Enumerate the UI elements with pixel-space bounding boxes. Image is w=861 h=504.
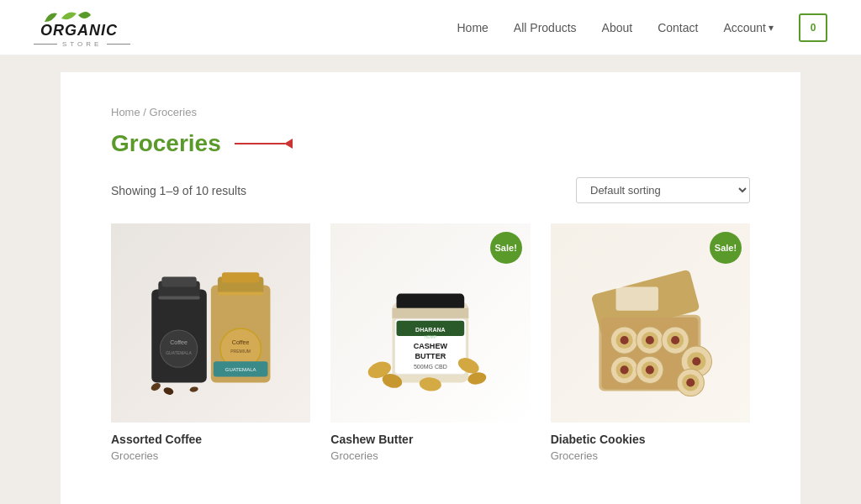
chevron-down-icon: ▾	[769, 22, 774, 34]
svg-point-56	[693, 357, 701, 365]
main-wrapper: Home / Groceries Groceries Showing 1–9 o…	[0, 55, 861, 504]
svg-rect-3	[161, 276, 196, 286]
product-name-cashew: Cashew Butter	[330, 433, 530, 446]
svg-point-5	[160, 330, 197, 367]
product-image-cashew: Sale! DHARANA HEMP CASHEW BUTTER 500MG	[330, 223, 530, 423]
svg-text:PREMIUM: PREMIUM	[230, 349, 251, 354]
arrow-head	[284, 139, 293, 149]
svg-point-18	[162, 386, 174, 396]
svg-rect-10	[222, 272, 259, 282]
product-name-cookies: Diabetic Cookies	[551, 433, 750, 446]
product-image-coffee: Coffee GUATEMALA Coffee PREMIUM GUA	[111, 223, 310, 423]
product-grid: Coffee GUATEMALA Coffee PREMIUM GUA	[111, 223, 750, 462]
cart-count: 0	[811, 22, 816, 34]
svg-point-17	[150, 381, 162, 392]
svg-text:BUTTER: BUTTER	[415, 352, 446, 360]
breadcrumb-home[interactable]: Home	[111, 106, 140, 118]
site-logo[interactable]: ORGANIC STORE	[34, 7, 130, 48]
svg-rect-22	[393, 308, 469, 318]
arrow-line	[235, 143, 285, 144]
product-card-cookies[interactable]: Sale!	[551, 223, 750, 462]
sale-badge-cashew: Sale!	[490, 232, 522, 264]
svg-text:GUATEMALA: GUATEMALA	[166, 350, 192, 355]
svg-point-59	[687, 378, 695, 386]
arrow-indicator	[235, 139, 293, 149]
svg-text:GUATEMALA: GUATEMALA	[225, 367, 257, 372]
svg-text:ORGANIC: ORGANIC	[40, 22, 118, 39]
svg-rect-4	[158, 296, 199, 299]
svg-rect-11	[218, 291, 263, 295]
svg-point-33	[467, 370, 487, 386]
svg-point-44	[646, 336, 654, 344]
nav-account[interactable]: Account ▾	[723, 21, 774, 34]
svg-point-47	[672, 336, 680, 344]
svg-rect-21	[397, 293, 465, 310]
cashew-illustration: DHARANA HEMP CASHEW BUTTER 500MG CBD	[346, 239, 515, 408]
sale-badge-cookies: Sale!	[710, 232, 742, 264]
product-category-cashew: Groceries	[330, 449, 530, 462]
nav-home[interactable]: Home	[457, 21, 489, 34]
page-title-area: Groceries	[111, 130, 750, 157]
svg-text:Coffee: Coffee	[170, 339, 188, 345]
coffee-illustration: Coffee GUATEMALA Coffee PREMIUM GUA	[126, 239, 296, 408]
product-category-coffee: Groceries	[111, 449, 310, 462]
main-nav: Home All Products About Contact Account …	[457, 13, 828, 42]
nav-account-label: Account	[723, 21, 766, 34]
logo-name: ORGANIC	[36, 7, 129, 45]
svg-rect-38	[616, 286, 658, 310]
svg-point-53	[646, 365, 654, 374]
svg-text:HEMP: HEMP	[425, 334, 437, 339]
nav-contact[interactable]: Contact	[658, 21, 698, 34]
nav-all-products[interactable]: All Products	[514, 21, 577, 34]
nav-about[interactable]: About	[602, 21, 633, 34]
product-category-cookies: Groceries	[551, 449, 750, 462]
svg-point-19	[189, 386, 198, 392]
svg-text:500MG CBD: 500MG CBD	[414, 364, 447, 370]
sort-select[interactable]: Default sorting Sort by popularity Sort …	[576, 177, 750, 203]
product-name-coffee: Assorted Coffee	[111, 433, 310, 446]
svg-text:Coffee: Coffee	[232, 339, 250, 345]
cart-button[interactable]: 0	[799, 13, 827, 42]
product-card-cashew[interactable]: Sale! DHARANA HEMP CASHEW BUTTER 500MG	[330, 223, 530, 462]
page-title: Groceries	[111, 130, 221, 157]
svg-point-50	[621, 365, 629, 374]
breadcrumb: Home / Groceries	[111, 106, 750, 118]
content-area: Home / Groceries Groceries Showing 1–9 o…	[61, 72, 800, 504]
svg-text:DHARANA: DHARANA	[415, 327, 446, 333]
product-image-cookies: Sale!	[551, 223, 750, 423]
results-text: Showing 1–9 of 10 results	[111, 184, 246, 197]
breadcrumb-current: Groceries	[150, 106, 197, 118]
svg-text:CASHEW: CASHEW	[414, 342, 448, 350]
site-header: ORGANIC STORE Home All Products About Co…	[0, 0, 861, 55]
results-bar: Showing 1–9 of 10 results Default sortin…	[111, 177, 750, 203]
cookies-illustration	[565, 239, 735, 408]
breadcrumb-separator: /	[143, 106, 149, 118]
svg-point-41	[621, 336, 629, 344]
product-card-coffee[interactable]: Coffee GUATEMALA Coffee PREMIUM GUA	[111, 223, 310, 462]
